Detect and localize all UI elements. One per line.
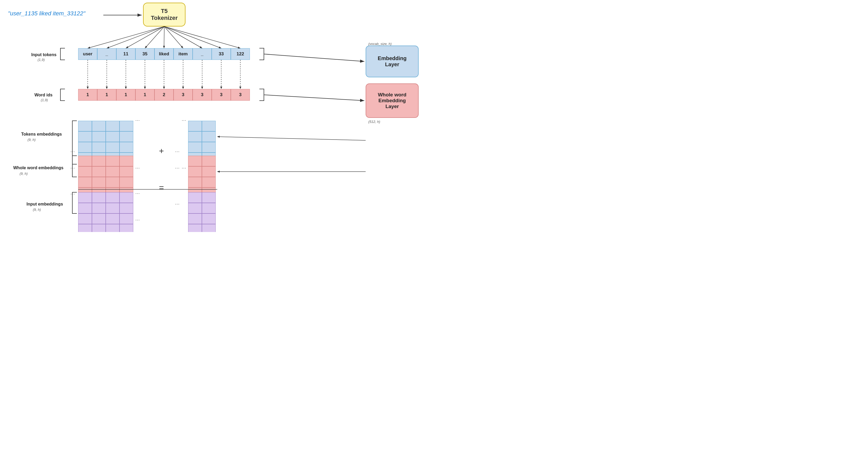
token-underscore1: _ <box>97 48 116 60</box>
dots-top-blue: … <box>135 117 140 122</box>
svg-line-4 <box>107 27 164 48</box>
dots-btm-purple: … <box>135 216 140 222</box>
tokenizer-label: T5 Tokenizer <box>151 8 178 22</box>
svg-line-23 <box>217 137 366 140</box>
input-tokens-sublabel: (1,9) <box>38 58 45 62</box>
dots-btm-blue-l: … <box>70 148 75 153</box>
word-id-3d: 3 <box>231 89 250 101</box>
input-text: "user_1135 liked item_33122" <box>8 10 85 17</box>
token-33: 33 <box>212 48 231 60</box>
input-embed-matrix-small <box>188 192 216 232</box>
whole-word-embeddings-label: Whole word embeddings <box>13 166 63 170</box>
dots-btm-purple-l: … <box>70 190 75 196</box>
word-id-3c: 3 <box>212 89 231 101</box>
word-id-row: 1 1 1 1 2 3 3 3 3 <box>78 89 250 101</box>
svg-line-6 <box>145 27 164 48</box>
embedding-layer-box: Embedding Layer <box>366 45 418 77</box>
input-embeddings-sublabel: (9, h) <box>33 208 41 211</box>
token-122: 122 <box>231 48 250 60</box>
diagram: "user_1135 liked item_33122" T5 Tokenize… <box>0 0 434 232</box>
svg-line-22 <box>264 95 364 101</box>
tokenizer-box: T5 Tokenizer <box>143 3 185 27</box>
svg-line-10 <box>164 27 221 48</box>
token-liked: liked <box>154 48 174 60</box>
whole-word-embedding-label: Whole word Embedding Layer <box>378 92 406 109</box>
vocab-size-label: (vocab_size, h) <box>368 42 392 46</box>
token-underscore2: _ <box>193 48 212 60</box>
token-row: user _ 11 35 liked item _ 33 122 <box>78 48 250 60</box>
token-item: item <box>174 48 193 60</box>
word-id-1d: 1 <box>135 89 154 101</box>
equals-sign: = <box>159 183 164 193</box>
dots-btm-purple-r: … <box>175 200 180 206</box>
dots-btm-blue: … <box>135 190 140 195</box>
token-11: 11 <box>116 48 135 60</box>
word-id-1c: 1 <box>116 89 135 101</box>
token-35: 35 <box>135 48 154 60</box>
dots-top-red-right: … <box>182 164 186 170</box>
whole-word-embed-matrix-main <box>78 156 133 198</box>
word-id-3a: 3 <box>174 89 193 101</box>
dots-mid-red-r: … <box>175 148 180 153</box>
tokens-embeddings-sublabel: (9, h) <box>28 138 35 142</box>
svg-line-9 <box>164 27 202 48</box>
word-id-3b: 3 <box>193 89 212 101</box>
whole-word-size-label: (512, h) <box>368 120 380 124</box>
word-id-2: 2 <box>154 89 174 101</box>
whole-word-embed-matrix-small <box>188 156 216 198</box>
svg-line-5 <box>126 27 164 48</box>
word-id-1b: 1 <box>97 89 116 101</box>
svg-line-21 <box>264 54 364 61</box>
word-ids-label: Word ids <box>34 93 53 97</box>
input-tokens-label: Input tokens <box>31 53 56 57</box>
svg-line-8 <box>164 27 183 48</box>
input-embeddings-label: Input embeddings <box>27 202 63 206</box>
input-embed-matrix-main <box>78 192 133 232</box>
dots-btm-red: … <box>70 164 75 170</box>
embedding-layer-label: Embedding Layer <box>378 55 407 68</box>
svg-line-7 <box>164 27 164 48</box>
word-ids-sublabel: (1,9) <box>41 98 48 102</box>
token-user: user <box>78 48 97 60</box>
whole-word-embedding-box: Whole word Embedding Layer <box>366 84 418 118</box>
word-id-1a: 1 <box>78 89 97 101</box>
svg-line-3 <box>88 27 164 48</box>
dots-top-red: … <box>135 164 140 170</box>
dots-top-blue-right: … <box>182 117 186 122</box>
dots-mid-blue-r: … <box>175 164 180 170</box>
plus-sign: + <box>159 146 164 156</box>
tokens-embeddings-label: Tokens embeddings <box>21 132 62 137</box>
whole-word-embeddings-sublabel: (9, h) <box>20 172 28 175</box>
svg-line-11 <box>164 27 240 48</box>
